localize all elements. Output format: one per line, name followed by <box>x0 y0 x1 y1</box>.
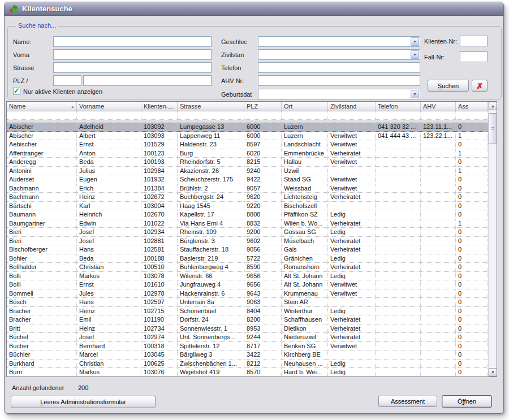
name-input[interactable] <box>53 36 212 47</box>
table-row[interactable]: BollhalderChristian100510Buhlenbergweg 4… <box>7 263 497 272</box>
table-row[interactable]: BaumgartnerEdwin101022Via Hans Erni 4883… <box>7 219 497 228</box>
column-header-telefon[interactable]: Telefon <box>376 102 421 111</box>
assessment-button[interactable]: Assessment <box>378 396 437 407</box>
table-row[interactable]: BachmannErich101384Brühlstr. 29057Weissb… <box>7 184 497 193</box>
filter-cell[interactable] <box>7 111 77 120</box>
table-row[interactable]: BüchlerMarcel103045Bärgliweg 33422Kirchb… <box>7 350 497 360</box>
column-header-ort[interactable]: Ort <box>282 102 328 111</box>
zivilstand-combo[interactable]: ▼ <box>258 49 420 60</box>
table-row[interactable]: AebischerErnst101529Haldenstr. 238597Lan… <box>7 140 497 149</box>
table-row[interactable]: BrittHeinz102734Sonnenwiesstr. 18953Diet… <box>7 324 497 334</box>
table-cell: 103093 <box>141 132 178 141</box>
table-cell: 0 <box>456 333 488 342</box>
ort-input[interactable] <box>83 75 212 86</box>
leeres-administrationsformular-button[interactable]: Leeres Administrationsformular <box>11 396 156 408</box>
filter-row[interactable] <box>7 111 497 120</box>
table-cell <box>376 324 421 334</box>
filter-cell[interactable] <box>456 111 488 120</box>
table-cell: Bieri <box>7 228 77 237</box>
filter-cell[interactable] <box>141 111 178 120</box>
suchen-button[interactable]: Suchen <box>428 80 469 92</box>
table-cell: Heinz <box>77 324 141 334</box>
table-row[interactable]: BaumannHeinrich102670Kapellstr. 178808Pf… <box>7 210 497 219</box>
table-row[interactable]: BachmannHeinz102672Buchbergstr. 249620Li… <box>7 193 497 202</box>
table-cell <box>421 263 456 272</box>
telefon-input[interactable] <box>258 62 420 73</box>
table-cell <box>376 298 421 307</box>
filter-cell[interactable] <box>328 111 376 120</box>
table-cell: Verwitwet <box>328 280 376 289</box>
table-row[interactable]: AndereggBeda100193Rheindorfstr. 58215Hal… <box>7 158 497 167</box>
geschlecht-combo[interactable]: ▼ <box>258 36 420 47</box>
plz-input[interactable] <box>53 75 81 86</box>
column-header-klienten[interactable]: Klienten-... <box>141 102 178 111</box>
table-cell: 0 <box>456 140 488 149</box>
filter-cell[interactable] <box>77 111 141 120</box>
table-row[interactable]: BischofbergerHans102581Stauffacherstr. 1… <box>7 245 497 254</box>
filter-cell[interactable] <box>244 111 282 120</box>
table-row[interactable]: AudersetEugen101932Scheuchzerstr. 175942… <box>7 175 497 184</box>
table-cell: Verheiratet <box>328 333 376 342</box>
table-row[interactable]: AffentrangerAnton100123Burg6020Emmenbrüc… <box>7 149 497 158</box>
table-row[interactable]: BieriJosef102934Rheinstr. 1099200Gossau … <box>7 228 497 237</box>
column-header-zivilstand[interactable]: Zivilstand <box>328 102 376 111</box>
strasse-input[interactable] <box>53 62 212 73</box>
column-header-name[interactable]: Name▲ <box>7 102 77 111</box>
ahv-input[interactable] <box>258 75 420 86</box>
table-cell: 100318 <box>141 342 178 351</box>
table-cell: Haldenstr. 23 <box>178 140 244 149</box>
clear-search-button[interactable]: ✗ <box>472 80 488 92</box>
filter-cell[interactable] <box>178 111 244 120</box>
table-row[interactable]: BracherEmil101190Dorfstr. 248200Schaffha… <box>7 315 497 324</box>
table-row[interactable]: BieriJosef102881Bürglenstr. 39602Müselba… <box>7 237 497 246</box>
column-header-strasse[interactable]: Strasse <box>178 102 244 111</box>
column-header-vorname[interactable]: Vorname <box>77 102 141 111</box>
table-cell: Pfäffikon SZ <box>282 210 328 219</box>
table-row[interactable]: BracherHeinz102715Schönenbüel8404Wintert… <box>7 307 497 316</box>
column-header-plz[interactable]: PLZ <box>244 102 282 111</box>
filter-cell[interactable] <box>421 111 456 120</box>
scroll-up-button[interactable]: ▲ <box>489 102 497 110</box>
table-cell <box>421 202 456 211</box>
column-header-ass[interactable]: Ass <box>456 102 488 111</box>
table-row[interactable]: BucherBernhard100318Spittelerstr. 128717… <box>7 342 497 351</box>
klienten-nr-input[interactable] <box>460 36 488 46</box>
geburtsdatum-combo[interactable]: ▼ <box>258 89 420 99</box>
table-cell <box>376 167 421 176</box>
table-cell: 102734 <box>141 324 178 334</box>
chevron-down-icon[interactable]: ▼ <box>411 50 419 59</box>
table-row[interactable]: BolliMarkus103078Wilenstr. 669656Alt St.… <box>7 272 497 281</box>
column-header-ahv[interactable]: AHV <box>421 102 456 111</box>
oeffnen-button[interactable]: Öffnen <box>442 395 492 408</box>
table-row[interactable]: AntoniniJulius102984Akazienstr. 269240Uz… <box>7 167 497 176</box>
table-cell: Haag 1545 <box>178 202 244 211</box>
filter-cell[interactable] <box>282 111 328 120</box>
scrollbar-thumb[interactable] <box>489 113 497 144</box>
table-cell: Erich <box>77 184 141 193</box>
table-row[interactable]: ÄbischerAlbert103093Lappenweg 116000Luze… <box>7 132 497 141</box>
vertical-scrollbar[interactable]: ▲ ▼ <box>488 102 497 376</box>
table-cell: 0 <box>456 175 488 184</box>
table-row[interactable]: BurriMarkus103076Wigetshof 4198570Hard b… <box>7 368 497 377</box>
table-cell: 100193 <box>141 158 178 167</box>
scroll-down-button[interactable]: ▼ <box>489 368 497 376</box>
table-cell: Staad SG <box>282 175 328 184</box>
chevron-down-icon[interactable]: ▼ <box>411 90 419 98</box>
table-row[interactable]: ÄbischerAdelheid103092Lumpegasse 136000L… <box>7 123 497 132</box>
fall-nr-input[interactable] <box>460 51 488 62</box>
table-row[interactable]: BüchelJosef102974Unt. Sonnenbergs...9244… <box>7 333 497 342</box>
active-only-checkbox[interactable]: ✓ <box>13 88 20 95</box>
table-row[interactable]: BärtschiKarl103004Haag 15459220Bischofsz… <box>7 202 497 211</box>
chevron-down-icon[interactable]: ▼ <box>411 37 419 46</box>
table-cell: Verwitwet <box>328 132 376 141</box>
table-row[interactable]: BolliErnst101610Jungfrauweg 49656Alt St.… <box>7 280 497 289</box>
table-cell: 1 <box>456 149 488 158</box>
table-row[interactable]: BurkhardChristian100625Zwischenbächen 1.… <box>7 360 497 369</box>
table-cell <box>421 280 456 289</box>
filter-cell[interactable] <box>376 111 421 120</box>
table-row[interactable]: BohlerBeda100188Baslerstr. 2195722Gränic… <box>7 254 497 263</box>
titlebar[interactable]: Klientensuche <box>5 2 503 16</box>
table-row[interactable]: BöschHans102597Unterrain 8a9063Stein AR0 <box>7 298 497 307</box>
table-row[interactable]: BommeliJules102978Hackenrainstr. 69643Kr… <box>7 289 497 298</box>
vorname-input[interactable] <box>53 49 212 60</box>
